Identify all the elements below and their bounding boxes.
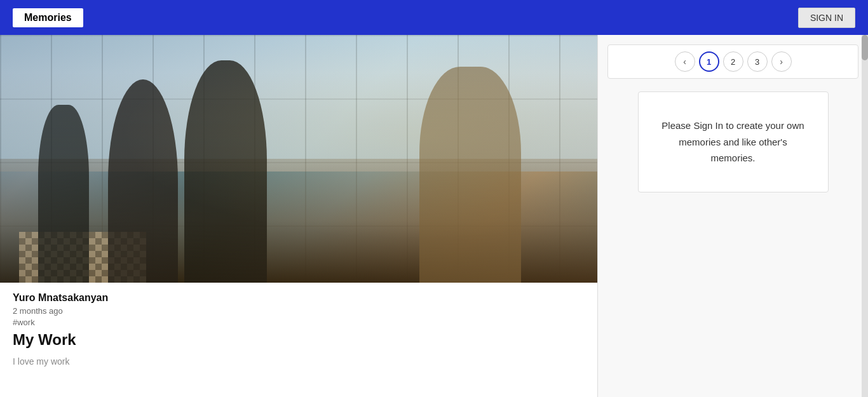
memory-image <box>0 35 597 283</box>
scrollbar[interactable] <box>862 35 868 397</box>
memory-title: My Work <box>13 331 585 349</box>
page-1-button[interactable]: 1 <box>699 51 719 72</box>
pagination: ‹ 1 2 3 › <box>607 44 858 79</box>
page-2-button[interactable]: 2 <box>723 51 743 72</box>
header: Memories SIGN IN <box>0 0 868 35</box>
content-area: Yuro Mnatsakanyan 2 months ago #work My … <box>0 35 597 397</box>
memory-info: Yuro Mnatsakanyan 2 months ago #work My … <box>0 283 597 373</box>
sign-in-message: Please Sign In to create your own memori… <box>658 118 809 166</box>
memory-time: 2 months ago <box>13 306 585 316</box>
page-3-button[interactable]: 3 <box>747 51 768 72</box>
scrollbar-thumb[interactable] <box>862 35 868 60</box>
next-page-button[interactable]: › <box>771 51 792 72</box>
logo[interactable]: Memories <box>13 8 83 27</box>
sidebar: ‹ 1 2 3 › Please Sign In to create your … <box>597 35 868 397</box>
sign-in-box: Please Sign In to create your own memori… <box>638 91 829 192</box>
photo-overlay <box>0 35 597 283</box>
memory-tag: #work <box>13 318 585 327</box>
main-layout: Yuro Mnatsakanyan 2 months ago #work My … <box>0 35 868 397</box>
prev-page-button[interactable]: ‹ <box>675 51 695 72</box>
sign-in-button[interactable]: SIGN IN <box>798 8 855 28</box>
memory-description: I love my work <box>13 356 585 367</box>
memory-author: Yuro Mnatsakanyan <box>13 292 585 304</box>
